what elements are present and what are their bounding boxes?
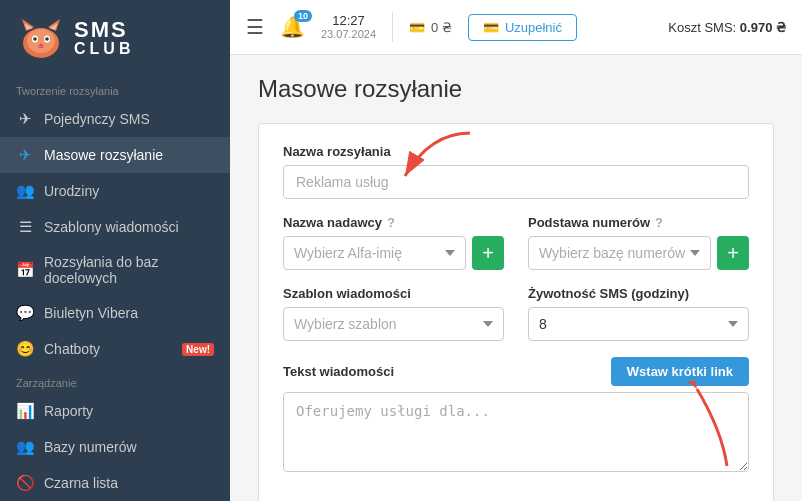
sidebar-item-bazy-numerow[interactable]: 👥 Bazy numerów	[0, 429, 230, 465]
sidebar-item-label: Rozsyłania do baz docelowych	[44, 254, 214, 286]
sidebar-item-biuletyn-vibera[interactable]: 💬 Biuletyn Vibera	[0, 295, 230, 331]
podstawa-col: Podstawa numerów ? Wybierz bazę numerów …	[528, 215, 749, 270]
logo-sms: SMS	[74, 19, 134, 41]
main-content: ☰ 🔔 10 12:27 23.07.2024 💳 0 ₴ 💳 Uzupełni…	[230, 0, 802, 501]
sidebar-item-label: Czarna lista	[44, 475, 214, 491]
section-zarzadzanie-label: Zarządzanie	[0, 367, 230, 393]
nazwa-row: Nazwa rozsyłania	[283, 144, 749, 199]
podstawa-help-icon[interactable]: ?	[655, 215, 663, 230]
logo-club: CLUB	[74, 41, 134, 57]
page-title: Masowe rozsyłanie	[258, 75, 774, 103]
sidebar-item-label: Urodziny	[44, 183, 214, 199]
balance-icon: 💳	[409, 20, 425, 35]
svg-point-10	[39, 43, 43, 45]
numbers-icon: 👥	[16, 438, 34, 456]
page-content: Masowe rozsyłanie Nazwa rozsyłania Nazwa…	[230, 55, 802, 501]
szablon-select[interactable]: Wybierz szablon	[283, 307, 504, 341]
sidebar-item-label: Szablony wiadomości	[44, 219, 214, 235]
topbar-time: 12:27	[332, 13, 365, 29]
sidebar-item-raporty[interactable]: 📊 Raporty	[0, 393, 230, 429]
svg-point-8	[33, 37, 37, 41]
uzupelnic-icon: 💳	[483, 20, 499, 35]
topbar: ☰ 🔔 10 12:27 23.07.2024 💳 0 ₴ 💳 Uzupełni…	[230, 0, 802, 55]
cost-label: Koszt SMS:	[668, 20, 736, 35]
paper-plane-icon: ✈	[16, 110, 34, 128]
topbar-divider	[392, 12, 393, 42]
podstawa-select[interactable]: Wybierz bazę numerów	[528, 236, 711, 270]
podstawa-select-area: Wybierz bazę numerów +	[528, 236, 749, 270]
vibera-icon: 💬	[16, 304, 34, 322]
nadawcy-help-icon[interactable]: ?	[387, 215, 395, 230]
szablon-col: Szablon wiadomości Wybierz szablon	[283, 286, 504, 341]
sidebar: SMS CLUB Tworzenie rozsyłania ✈ Pojedync…	[0, 0, 230, 501]
sidebar-item-rozsylania-baz[interactable]: 📅 Rozsyłania do baz docelowych	[0, 245, 230, 295]
balance-value: 0 ₴	[431, 20, 452, 35]
svg-point-9	[45, 37, 49, 41]
sidebar-item-label: Pojedynczy SMS	[44, 111, 214, 127]
sidebar-item-pojedynczy-sms[interactable]: ✈ Pojedynczy SMS	[0, 101, 230, 137]
sidebar-item-label: Masowe rozsyłanie	[44, 147, 214, 163]
tekst-row: Tekst wiadomości Wstaw krótki link	[283, 357, 749, 475]
bell-area[interactable]: 🔔 10	[280, 15, 305, 39]
sidebar-item-label: Chatboty	[44, 341, 172, 357]
logo-text: SMS CLUB	[74, 19, 134, 57]
nadawcy-select-area: Wybierz Alfa-imię +	[283, 236, 504, 270]
section-tworzenie-label: Tworzenie rozsyłania	[0, 75, 230, 101]
nadawcy-label: Nazwa nadawcy ?	[283, 215, 504, 230]
svg-point-1	[27, 29, 55, 53]
main-wrapper: ☰ 🔔 10 12:27 23.07.2024 💳 0 ₴ 💳 Uzupełni…	[230, 0, 802, 501]
topbar-date: 23.07.2024	[321, 28, 376, 41]
blacklist-icon: 🚫	[16, 474, 34, 492]
podstawa-add-button[interactable]: +	[717, 236, 749, 270]
wstaw-link-button[interactable]: Wstaw krótki link	[611, 357, 749, 386]
tekst-textarea[interactable]	[283, 392, 749, 472]
sidebar-item-czarna-lista[interactable]: 🚫 Czarna lista	[0, 465, 230, 501]
hamburger-icon[interactable]: ☰	[246, 15, 264, 39]
podstawa-label: Podstawa numerów ?	[528, 215, 749, 230]
cost-value: 0.970 ₴	[740, 20, 786, 35]
sidebar-item-label: Raporty	[44, 403, 214, 419]
zywotnosc-col: Żywotność SMS (godziny) 8	[528, 286, 749, 341]
logo-icon	[16, 13, 66, 63]
bell-badge: 10	[294, 10, 312, 22]
szablon-label: Szablon wiadomości	[283, 286, 504, 301]
chatbot-icon: 😊	[16, 340, 34, 358]
nadawcy-select[interactable]: Wybierz Alfa-imię	[283, 236, 466, 270]
sidebar-item-label: Bazy numerów	[44, 439, 214, 455]
calendar-icon: 📅	[16, 261, 34, 279]
zywotnosc-label: Żywotność SMS (godziny)	[528, 286, 749, 301]
sidebar-item-masowe-rozsylanie[interactable]: ✈ Masowe rozsyłanie	[0, 137, 230, 173]
szablon-zywotnosc-row: Szablon wiadomości Wybierz szablon Żywot…	[283, 286, 749, 341]
sidebar-item-urodziny[interactable]: 👥 Urodziny	[0, 173, 230, 209]
topbar-cost: Koszt SMS: 0.970 ₴	[668, 20, 786, 35]
template-icon: ☰	[16, 218, 34, 236]
uzupelnic-button[interactable]: 💳 Uzupełnić	[468, 14, 577, 41]
sidebar-item-chatboty[interactable]: 😊 Chatboty New!	[0, 331, 230, 367]
uzupelnic-label: Uzupełnić	[505, 20, 562, 35]
nadawcy-podstawa-row: Nazwa nadawcy ? Wybierz Alfa-imię + Po	[283, 215, 749, 270]
sidebar-item-szablony[interactable]: ☰ Szablony wiadomości	[0, 209, 230, 245]
zywotnosc-select[interactable]: 8	[528, 307, 749, 341]
new-badge: New!	[182, 343, 214, 356]
paper-plane-filled-icon: ✈	[16, 146, 34, 164]
nadawcy-add-button[interactable]: +	[472, 236, 504, 270]
nazwa-input[interactable]	[283, 165, 749, 199]
reports-icon: 📊	[16, 402, 34, 420]
birthday-icon: 👥	[16, 182, 34, 200]
form-card: Nazwa rozsyłania Nazwa nadawcy ? Wybierz	[258, 123, 774, 501]
tekst-label: Tekst wiadomości	[283, 364, 394, 379]
nadawcy-col: Nazwa nadawcy ? Wybierz Alfa-imię +	[283, 215, 504, 270]
topbar-balance: 💳 0 ₴	[409, 20, 452, 35]
nazwa-label: Nazwa rozsyłania	[283, 144, 749, 159]
tekst-header: Tekst wiadomości Wstaw krótki link	[283, 357, 749, 386]
sidebar-item-label: Biuletyn Vibera	[44, 305, 214, 321]
topbar-datetime: 12:27 23.07.2024	[321, 13, 376, 42]
logo-area: SMS CLUB	[0, 0, 230, 75]
